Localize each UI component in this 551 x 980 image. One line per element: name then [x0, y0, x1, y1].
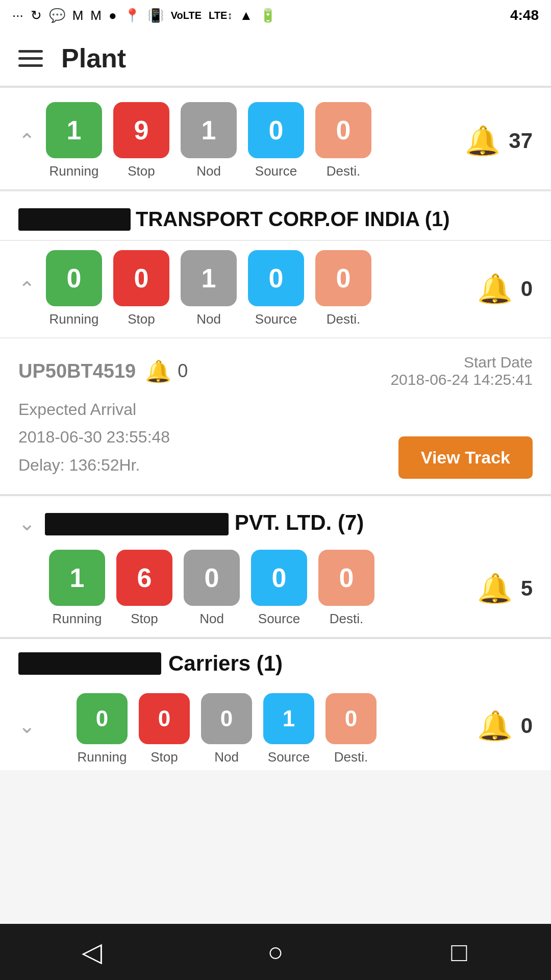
vehicle-footer: Expected Arrival 2018-06-30 23:55:48 Del…	[18, 396, 533, 479]
vehicle-bell-icon[interactable]: 🔔	[145, 359, 171, 384]
global-stop-badge: 9 Stop	[113, 102, 169, 179]
tci-nod-label: Nod	[196, 311, 221, 327]
pvt-collapse-chevron[interactable]: ⌄	[18, 511, 36, 535]
company-tci-suffix: TRANSPORT CORP.OF INDIA (1)	[136, 208, 450, 231]
global-desti-box[interactable]: 0	[315, 102, 371, 158]
tci-bell-icon[interactable]: 🔔	[477, 272, 513, 306]
pvt-stop-box[interactable]: 6	[116, 550, 172, 606]
carriers-running-box[interactable]: 0	[77, 693, 128, 744]
tci-running-count: 0	[67, 263, 82, 293]
global-nod-box[interactable]: 1	[181, 102, 237, 158]
tci-redacted-bar	[18, 208, 131, 231]
location-icon: 📍	[124, 8, 140, 23]
carriers-nod-box[interactable]: 0	[201, 693, 252, 744]
global-collapse-chevron[interactable]: ⌃	[18, 129, 36, 153]
menu-button[interactable]	[18, 50, 43, 67]
vehicle-id-area: UP50BT4519 🔔 0	[18, 359, 188, 384]
pvt-running-box[interactable]: 1	[49, 550, 105, 606]
view-track-button[interactable]: View Track	[398, 436, 533, 479]
delay-value: Delay: 136:52Hr.	[18, 451, 170, 479]
carriers-running-badge: 0 Running	[77, 693, 128, 765]
carriers-bell-icon[interactable]: 🔔	[477, 709, 513, 743]
global-alert-count: 37	[509, 129, 533, 153]
sync-icon: ↻	[31, 8, 42, 23]
global-stop-label: Stop	[128, 163, 155, 179]
global-bell-icon[interactable]: 🔔	[465, 124, 500, 158]
carriers-nod-count: 0	[220, 706, 233, 731]
hamburger-line-2	[18, 57, 43, 60]
carriers-stop-box[interactable]: 0	[139, 693, 190, 744]
tci-stop-badge: 0 Stop	[113, 250, 169, 327]
tci-stat-badges: 0 Running 0 Stop 1 Nod 0 Source	[46, 250, 477, 327]
whatsapp-icon: 💬	[49, 8, 65, 23]
pvt-stop-label: Stop	[131, 611, 158, 627]
tci-collapse-chevron[interactable]: ⌃	[18, 277, 36, 301]
carriers-section: Carriers (1) ⌄ 0 Running 0 Stop 0 Nod	[0, 638, 551, 770]
signal-icon: ▲	[239, 8, 253, 23]
pvt-stat-badges: 1 Running 6 Stop 0 Nod 0 Source	[49, 550, 477, 627]
pvt-desti-label: Desti.	[330, 611, 363, 627]
tci-nod-count: 1	[202, 263, 216, 293]
tci-source-label: Source	[255, 311, 297, 327]
back-button[interactable]: ◁	[61, 932, 122, 972]
pvt-nod-box[interactable]: 0	[184, 550, 240, 606]
global-desti-count: 0	[336, 115, 351, 145]
gmail2-icon: M	[90, 8, 102, 23]
carriers-nod-badge: 0 Nod	[201, 693, 252, 765]
carriers-alert-section: 🔔 0	[477, 709, 533, 743]
company-tci-header: TRANSPORT CORP.OF INDIA (1)	[0, 190, 551, 240]
tci-alert-count: 0	[521, 277, 533, 301]
tci-source-badge: 0 Source	[248, 250, 304, 327]
global-running-box[interactable]: 1	[46, 102, 102, 158]
carriers-stop-count: 0	[158, 706, 170, 731]
company-tci-name: TRANSPORT CORP.OF INDIA (1)	[18, 208, 533, 231]
vibrate-icon: 📳	[147, 8, 164, 23]
global-stat-badges: 1 Running 9 Stop 1 Nod 0 Source 0 D	[46, 102, 465, 179]
battery-icon: 🔋	[260, 8, 276, 23]
gmail-icon: M	[72, 8, 84, 23]
status-time: 4:48	[510, 7, 539, 23]
tci-running-badge: 0 Running	[46, 250, 102, 327]
pvt-bell-icon[interactable]: 🔔	[477, 572, 513, 605]
start-date-label: Start Date	[390, 354, 533, 371]
tci-nod-box[interactable]: 1	[181, 250, 237, 306]
page-title: Plant	[61, 43, 126, 74]
expected-arrival-value: 2018-06-30 23:55:48	[18, 423, 170, 451]
carriers-stop-badge: 0 Stop	[139, 693, 190, 765]
tci-stop-box[interactable]: 0	[113, 250, 169, 306]
pvt-desti-box[interactable]: 0	[318, 550, 374, 606]
tci-running-box[interactable]: 0	[46, 250, 102, 306]
global-stop-box[interactable]: 9	[113, 102, 169, 158]
global-alert-section: 🔔 37	[465, 124, 533, 158]
circle-icon: ●	[109, 8, 117, 23]
pvt-source-badge: 0 Source	[251, 550, 307, 627]
vehicle-details: Expected Arrival 2018-06-30 23:55:48 Del…	[18, 396, 170, 479]
global-source-box[interactable]: 0	[248, 102, 304, 158]
global-running-count: 1	[67, 115, 82, 145]
carriers-source-box[interactable]: 1	[263, 693, 314, 744]
start-date-value: 2018-06-24 14:25:41	[390, 371, 533, 388]
hamburger-line-1	[18, 50, 43, 53]
pvt-alert-section: 🔔 5	[477, 572, 533, 605]
pvt-nod-label: Nod	[199, 611, 224, 627]
tci-stop-count: 0	[134, 263, 149, 293]
pvt-stats-section: 1 Running 6 Stop 0 Nod 0 Source	[0, 541, 551, 637]
carriers-running-label: Running	[78, 749, 127, 765]
tci-desti-label: Desti.	[327, 311, 360, 327]
vehicle-bell-area: 🔔 0	[145, 359, 188, 384]
tci-stop-label: Stop	[128, 311, 155, 327]
pvt-company-name: PVT. LTD. (7)	[45, 510, 364, 535]
pvt-nod-count: 0	[205, 562, 219, 593]
global-source-badge: 0 Source	[248, 102, 304, 179]
carriers-desti-box[interactable]: 0	[325, 693, 377, 744]
home-button[interactable]: ○	[245, 932, 306, 972]
tci-desti-box[interactable]: 0	[315, 250, 371, 306]
carriers-stop-label: Stop	[151, 749, 178, 765]
carriers-stats-row: ⌄ 0 Running 0 Stop 0 Nod	[18, 686, 533, 765]
global-desti-label: Desti.	[327, 163, 360, 179]
recents-button[interactable]: □	[429, 932, 490, 972]
pvt-source-box[interactable]: 0	[251, 550, 307, 606]
vehicle-up50bt4519-card: UP50BT4519 🔔 0 Start Date 2018-06-24 14:…	[0, 337, 551, 494]
carriers-collapse-chevron[interactable]: ⌄	[18, 714, 36, 738]
tci-source-box[interactable]: 0	[248, 250, 304, 306]
